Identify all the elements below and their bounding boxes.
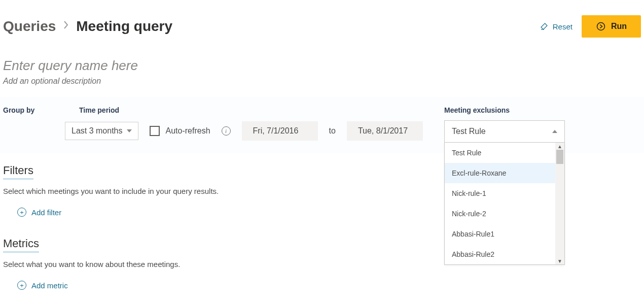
exclusion-option[interactable]: Abbasi-Rule1 bbox=[445, 224, 555, 244]
add-metric-label: Add metric bbox=[31, 281, 68, 290]
chevron-right-icon bbox=[63, 20, 69, 33]
timeperiod-label: Time period bbox=[79, 106, 119, 114]
scroll-down-icon[interactable]: ▼ bbox=[555, 257, 564, 264]
groupby-label: Group by bbox=[3, 106, 54, 114]
timeperiod-value: Last 3 months bbox=[71, 126, 123, 136]
meeting-exclusions-dropdown: Test Rule Excl-rule-Roxane Nick-rule-1 N… bbox=[444, 143, 565, 265]
caret-down-icon bbox=[127, 129, 132, 132]
filters-heading: Filters bbox=[3, 164, 33, 180]
play-circle-icon bbox=[596, 21, 606, 31]
checkbox-icon[interactable] bbox=[150, 126, 160, 136]
autorefresh-label: Auto-refresh bbox=[166, 126, 210, 136]
add-filter-label: Add filter bbox=[31, 208, 61, 217]
breadcrumb-root[interactable]: Queries bbox=[3, 18, 56, 35]
run-label: Run bbox=[611, 22, 627, 31]
exclusion-option[interactable]: Nick-rule-1 bbox=[445, 183, 555, 204]
eraser-icon bbox=[540, 22, 549, 31]
autorefresh-toggle[interactable]: Auto-refresh bbox=[150, 126, 210, 136]
metrics-heading: Metrics bbox=[3, 237, 39, 253]
scroll-thumb[interactable] bbox=[556, 150, 563, 164]
meeting-exclusions-label: Meeting exclusions bbox=[444, 106, 510, 114]
scroll-up-icon[interactable]: ▲ bbox=[555, 143, 564, 150]
query-name-input[interactable]: Enter query name here bbox=[3, 58, 641, 74]
run-button[interactable]: Run bbox=[582, 15, 641, 38]
breadcrumb: Queries Meeting query bbox=[3, 18, 172, 35]
meeting-exclusions-value: Test Rule bbox=[452, 127, 486, 136]
breadcrumb-current: Meeting query bbox=[76, 18, 172, 35]
plus-circle-icon: + bbox=[17, 281, 26, 290]
timeperiod-select[interactable]: Last 3 months bbox=[65, 122, 138, 140]
caret-up-icon bbox=[552, 130, 557, 133]
exclusion-option[interactable]: Excl-rule-Roxane bbox=[445, 163, 555, 183]
reset-label: Reset bbox=[553, 22, 573, 31]
date-from-input[interactable]: Fri, 7/1/2016 bbox=[242, 121, 318, 141]
exclusion-option[interactable]: Nick-rule-2 bbox=[445, 204, 555, 224]
date-to-input[interactable]: Tue, 8/1/2017 bbox=[347, 121, 423, 141]
exclusion-option[interactable]: Test Rule bbox=[445, 143, 555, 163]
svg-point-0 bbox=[597, 23, 604, 30]
dropdown-scrollbar[interactable]: ▲ ▼ bbox=[555, 143, 564, 264]
to-label: to bbox=[329, 126, 336, 136]
reset-button[interactable]: Reset bbox=[540, 22, 573, 31]
plus-circle-icon: + bbox=[17, 208, 26, 217]
query-description-input[interactable]: Add an optional description bbox=[3, 77, 641, 86]
meeting-exclusions-select[interactable]: Test Rule bbox=[444, 120, 565, 143]
add-metric-button[interactable]: + Add metric bbox=[17, 281, 641, 290]
info-icon[interactable]: i bbox=[222, 126, 231, 136]
exclusion-option[interactable]: Abbasi-Rule2 bbox=[445, 244, 555, 264]
